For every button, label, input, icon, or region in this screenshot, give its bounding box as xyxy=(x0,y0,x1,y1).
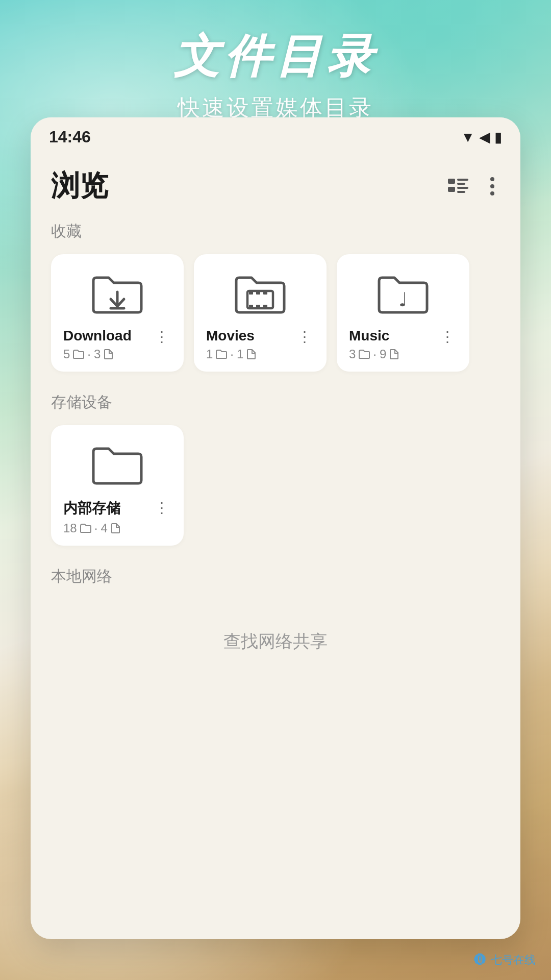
folder-info-internal: 内部存储 18 · 4 ⋮ xyxy=(63,499,171,535)
movies-folder-svg xyxy=(232,270,288,315)
svg-rect-0 xyxy=(448,179,455,184)
storage-grid: 内部存储 18 · 4 ⋮ xyxy=(51,425,500,546)
watermark: 🅠 七号在线 xyxy=(474,952,536,968)
phone-card: 14:46 ▼ ◀ ▮ 浏览 xyxy=(31,117,520,939)
folder-info-download: Download 5 · 3 ⋮ xyxy=(63,328,171,361)
svg-rect-5 xyxy=(457,191,465,193)
svg-point-6 xyxy=(490,177,494,181)
app-title: 浏览 xyxy=(51,167,108,206)
music-folder-svg: ♩ xyxy=(375,270,431,315)
svg-rect-17 xyxy=(263,305,267,308)
status-icons: ▼ ◀ ▮ xyxy=(461,129,502,145)
hero-section: 文件目录 快速设置媒体目录 xyxy=(0,26,551,123)
internal-more-button[interactable]: ⋮ xyxy=(153,499,171,517)
content-area: 收藏 Download 5 xyxy=(31,216,520,939)
svg-rect-4 xyxy=(457,187,468,189)
more-options-icon xyxy=(489,176,496,197)
watermark-text: 七号在线 xyxy=(491,952,536,968)
folder-count-icon3 xyxy=(359,350,370,359)
status-time: 14:46 xyxy=(49,128,91,146)
folder-name-download: Download xyxy=(63,328,132,344)
folder-icon-download xyxy=(63,270,171,315)
folder-meta-download: 5 · 3 xyxy=(63,347,132,361)
battery-icon: ▮ xyxy=(494,129,502,145)
network-empty-text: 查找网络共享 xyxy=(223,630,328,653)
svg-rect-15 xyxy=(249,305,253,308)
folder-count-icon4 xyxy=(80,524,91,533)
folder-meta-internal: 18 · 4 xyxy=(63,521,120,535)
list-view-button[interactable] xyxy=(444,174,472,199)
svg-rect-16 xyxy=(256,305,260,308)
folder-count-icon xyxy=(73,350,84,359)
watermark-icon: 🅠 xyxy=(474,953,487,967)
folder-card-download[interactable]: Download 5 · 3 ⋮ xyxy=(51,254,184,372)
app-header: 浏览 xyxy=(31,152,520,216)
folder-name-movies: Movies xyxy=(206,328,256,344)
file-count-icon4 xyxy=(111,523,120,533)
signal-icon: ◀ xyxy=(479,129,490,145)
folder-icon-movies xyxy=(206,270,314,315)
network-label: 本地网络 xyxy=(51,566,500,587)
file-count-icon xyxy=(104,349,113,359)
status-bar: 14:46 ▼ ◀ ▮ xyxy=(31,117,520,152)
svg-rect-14 xyxy=(263,291,267,295)
svg-rect-13 xyxy=(256,291,260,295)
folder-count-icon2 xyxy=(216,350,227,359)
more-options-button[interactable] xyxy=(485,172,500,201)
svg-rect-1 xyxy=(457,179,468,181)
folder-info-music: Music 3 · 9 ⋮ xyxy=(349,328,457,361)
svg-rect-2 xyxy=(457,183,465,185)
download-more-button[interactable]: ⋮ xyxy=(153,328,171,346)
file-count-icon3 xyxy=(389,349,398,359)
favorites-grid: Download 5 · 3 ⋮ xyxy=(51,254,500,372)
folder-info-movies: Movies 1 · 1 ⋮ xyxy=(206,328,314,361)
folder-meta-music: 3 · 9 xyxy=(349,347,398,361)
file-count-icon2 xyxy=(246,349,256,359)
folder-name-music: Music xyxy=(349,328,398,344)
header-actions xyxy=(444,172,500,201)
folder-card-movies[interactable]: Movies 1 · 1 ⋮ xyxy=(194,254,327,372)
download-folder-svg xyxy=(89,270,145,315)
folder-meta-movies: 1 · 1 xyxy=(206,347,256,361)
svg-rect-12 xyxy=(249,291,253,295)
favorites-label: 收藏 xyxy=(51,221,500,242)
svg-text:♩: ♩ xyxy=(398,289,408,310)
folder-name-internal: 内部存储 xyxy=(63,499,120,518)
internal-folder-svg xyxy=(89,440,145,486)
list-view-icon xyxy=(448,178,468,195)
svg-point-7 xyxy=(490,184,494,188)
network-empty-area: 查找网络共享 xyxy=(51,599,500,684)
music-more-button[interactable]: ⋮ xyxy=(438,328,457,346)
hero-title: 文件目录 xyxy=(0,26,551,88)
folder-card-internal[interactable]: 内部存储 18 · 4 ⋮ xyxy=(51,425,184,546)
folder-card-music[interactable]: ♩ Music 3 · 9 ⋮ xyxy=(337,254,469,372)
svg-rect-3 xyxy=(448,187,455,192)
svg-point-8 xyxy=(490,191,494,195)
folder-icon-music: ♩ xyxy=(349,270,457,315)
folder-icon-internal xyxy=(63,440,171,486)
movies-more-button[interactable]: ⋮ xyxy=(295,328,314,346)
wifi-icon: ▼ xyxy=(461,129,475,145)
storage-label: 存储设备 xyxy=(51,392,500,413)
